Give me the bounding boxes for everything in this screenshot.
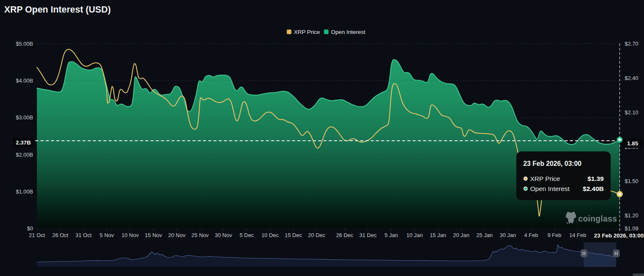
- svg-text:21 Oct: 21 Oct: [29, 232, 45, 238]
- svg-text:20 Dec: 20 Dec: [308, 232, 326, 238]
- svg-text:$1.50: $1.50: [625, 178, 639, 184]
- svg-text:$4.00B: $4.00B: [16, 77, 33, 84]
- svg-text:10 Nov: 10 Nov: [122, 232, 139, 238]
- svg-text:XRP Price: XRP Price: [294, 29, 320, 35]
- svg-text:23 Feb 2026, 03:00: 23 Feb 2026, 03:00: [594, 232, 644, 239]
- svg-text:coinglass: coinglass: [578, 214, 617, 223]
- svg-text:10 Jan: 10 Jan: [406, 232, 423, 238]
- svg-text:5 Jan: 5 Jan: [384, 232, 398, 238]
- svg-text:30 Nov: 30 Nov: [215, 232, 232, 238]
- svg-text:23 Feb 2026, 03:00: 23 Feb 2026, 03:00: [523, 160, 582, 167]
- svg-text:20 Jan: 20 Jan: [453, 232, 469, 238]
- svg-text:$0: $0: [27, 225, 33, 232]
- svg-text:$2.40: $2.40: [625, 75, 639, 81]
- svg-text:$5.00B: $5.00B: [16, 41, 33, 47]
- svg-text:15 Jan: 15 Jan: [430, 232, 446, 238]
- svg-text:26 Oct: 26 Oct: [52, 232, 68, 238]
- svg-text:$1.00B: $1.00B: [16, 188, 33, 195]
- svg-text:14 Feb: 14 Feb: [569, 232, 586, 238]
- svg-text:$3.00B: $3.00B: [16, 114, 33, 121]
- svg-text:$2.70: $2.70: [625, 41, 639, 47]
- svg-text:1.85: 1.85: [627, 140, 639, 147]
- svg-text:$2.00B: $2.00B: [16, 152, 33, 158]
- svg-text:25 Nov: 25 Nov: [192, 232, 209, 238]
- svg-text:Open Interest: Open Interest: [530, 185, 570, 192]
- svg-text:25 Jan: 25 Jan: [476, 232, 493, 238]
- svg-text:2.37B: 2.37B: [16, 139, 31, 146]
- svg-text:$2.10: $2.10: [625, 109, 639, 116]
- svg-text:15 Nov: 15 Nov: [145, 232, 162, 238]
- svg-text:$1.39: $1.39: [587, 175, 604, 182]
- svg-text:$2.40B: $2.40B: [583, 185, 604, 192]
- svg-text:XRP Price: XRP Price: [530, 175, 560, 182]
- svg-text:30 Jan: 30 Jan: [500, 232, 516, 238]
- svg-text:5 Dec: 5 Dec: [239, 232, 254, 238]
- svg-text:Open Interest: Open Interest: [331, 29, 366, 35]
- svg-text:31 Dec: 31 Dec: [359, 232, 377, 238]
- svg-text:9 Feb: 9 Feb: [548, 232, 561, 238]
- svg-text:5 Nov: 5 Nov: [100, 232, 114, 238]
- svg-text:XRP Open Interest (USD): XRP Open Interest (USD): [4, 5, 111, 15]
- svg-text:4 Feb: 4 Feb: [524, 232, 538, 238]
- svg-text:15 Dec: 15 Dec: [285, 232, 302, 238]
- svg-text:$1.20: $1.20: [625, 212, 639, 219]
- svg-text:31 Oct: 31 Oct: [75, 232, 92, 238]
- svg-text:$1.09: $1.09: [625, 225, 639, 232]
- svg-text:26 Dec: 26 Dec: [336, 232, 353, 238]
- svg-text:20 Nov: 20 Nov: [168, 232, 186, 238]
- svg-text:10 Dec: 10 Dec: [261, 232, 279, 238]
